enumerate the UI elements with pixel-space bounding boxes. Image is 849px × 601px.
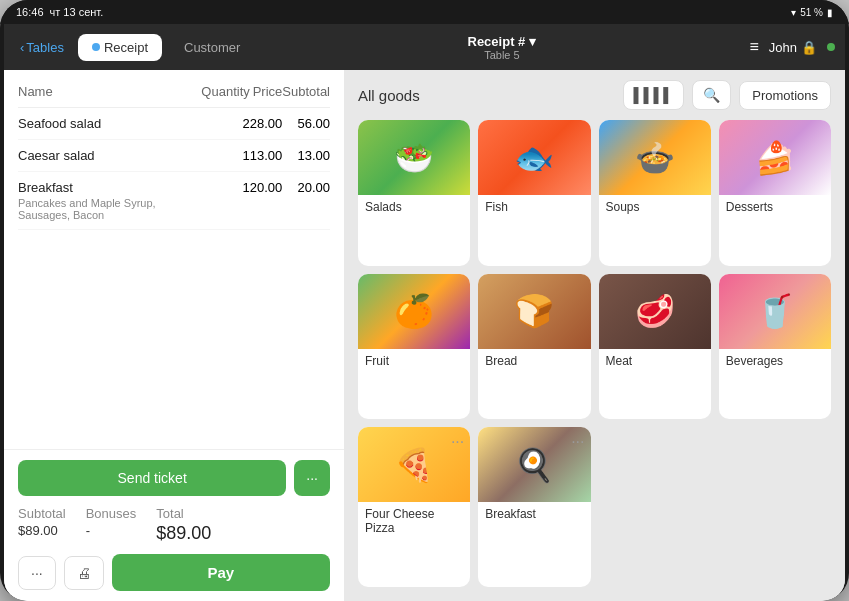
category-image: 🍰 — [719, 120, 831, 195]
subtotal-value: $89.00 — [18, 523, 66, 538]
category-label: Bread — [478, 349, 590, 374]
category-image: 🥤 — [719, 274, 831, 349]
item-name-cell: Breakfast Pancakes and Maple Syrup, Saus… — [18, 172, 201, 230]
back-chevron-icon: ‹ — [20, 40, 24, 55]
bonuses-value: - — [86, 523, 137, 538]
item-name: Caesar salad — [18, 148, 201, 163]
battery-icon: ▮ — [827, 7, 833, 18]
category-bread[interactable]: 🍞 Bread — [478, 274, 590, 420]
all-goods-title: All goods — [358, 87, 615, 104]
item-name-cell: Seafood salad — [18, 108, 201, 140]
total-value: $89.00 — [156, 523, 211, 544]
right-panel: All goods ▌▌▌▌ 🔍 Promotions 🥗 Salads — [344, 70, 845, 601]
category-image: 🍊 — [358, 274, 470, 349]
category-four-cheese-pizza[interactable]: 🍕 Four Cheese Pizza ··· — [358, 427, 470, 587]
category-fruit[interactable]: 🍊 Fruit — [358, 274, 470, 420]
more-options-button[interactable]: ··· — [294, 460, 330, 496]
item-subtotal-cell: 56.00 — [282, 108, 330, 140]
bottom-controls: Send ticket ··· Subtotal $89.00 Bonuses … — [4, 449, 344, 601]
content-area: Name Quantity Price Subtotal Seafood sal… — [4, 70, 845, 601]
subtotal-item: Subtotal $89.00 — [18, 506, 66, 544]
right-header: All goods ▌▌▌▌ 🔍 Promotions — [344, 70, 845, 120]
hamburger-icon[interactable]: ≡ — [749, 38, 758, 56]
category-label: Desserts — [719, 195, 831, 220]
category-image: 🍞 — [478, 274, 590, 349]
item-qty-cell: 1 — [201, 140, 249, 172]
category-more-icon: ··· — [451, 433, 464, 451]
status-bar: 16:46 чт 13 сент. ▾ 51 % ▮ — [0, 0, 849, 24]
device-frame: 16:46 чт 13 сент. ▾ 51 % ▮ ‹ Tables Rece… — [0, 0, 849, 601]
category-label: Meat — [599, 349, 711, 374]
category-image: 🐟 — [478, 120, 590, 195]
category-desserts[interactable]: 🍰 Desserts — [719, 120, 831, 266]
col-qty-header: Quantity — [201, 80, 249, 108]
chevron-down-icon: ▾ — [529, 34, 536, 49]
category-image: 🥗 — [358, 120, 470, 195]
barcode-button[interactable]: ▌▌▌▌ — [623, 80, 685, 110]
extra-options-button[interactable]: ··· — [18, 556, 56, 590]
search-button[interactable]: 🔍 — [692, 80, 731, 110]
col-price-header: Price — [250, 80, 283, 108]
subtotal-label: Subtotal — [18, 506, 66, 521]
item-qty-cell: 1 — [201, 172, 249, 230]
print-button[interactable]: 🖨 — [64, 556, 104, 590]
date: чт 13 сент. — [50, 6, 104, 18]
tab-receipt-dot — [92, 43, 100, 51]
tab-customer-label: Customer — [184, 40, 240, 55]
category-beverages[interactable]: 🥤 Beverages — [719, 274, 831, 420]
send-ticket-button[interactable]: Send ticket — [18, 460, 286, 496]
order-table: Name Quantity Price Subtotal Seafood sal… — [4, 70, 344, 449]
item-name: Breakfast — [18, 180, 201, 195]
item-subtotal-cell: 13.00 — [282, 140, 330, 172]
item-price-cell: 20.00 — [250, 172, 283, 230]
category-soups[interactable]: 🍲 Soups — [599, 120, 711, 266]
user-button[interactable]: John 🔒 — [769, 40, 817, 55]
battery-label: 51 % — [800, 7, 823, 18]
category-more-icon: ··· — [571, 433, 584, 451]
category-salads[interactable]: 🥗 Salads — [358, 120, 470, 266]
tab-customer[interactable]: Customer — [170, 34, 254, 61]
item-qty-cell: 2 — [201, 108, 249, 140]
lock-icon: 🔒 — [801, 40, 817, 55]
item-name-cell: Caesar salad — [18, 140, 201, 172]
tab-receipt[interactable]: Receipt — [78, 34, 162, 61]
category-label: Fish — [478, 195, 590, 220]
col-name-header: Name — [18, 80, 201, 108]
action-row: ··· 🖨 Pay — [18, 554, 330, 591]
back-label: Tables — [26, 40, 64, 55]
tab-receipt-label: Receipt — [104, 40, 148, 55]
left-panel: Name Quantity Price Subtotal Seafood sal… — [4, 70, 344, 601]
table-row[interactable]: Seafood salad 2 28.00 56.00 — [18, 108, 330, 140]
pay-button[interactable]: Pay — [112, 554, 330, 591]
item-price-cell: 28.00 — [250, 108, 283, 140]
col-subtotal-header: Subtotal — [282, 80, 330, 108]
category-fish[interactable]: 🐟 Fish — [478, 120, 590, 266]
item-price-cell: 13.00 — [250, 140, 283, 172]
total-label: Total — [156, 506, 211, 521]
table-row[interactable]: Breakfast Pancakes and Maple Syrup, Saus… — [18, 172, 330, 230]
search-icon: 🔍 — [703, 87, 720, 103]
clock: 16:46 — [16, 6, 44, 18]
category-image: 🍲 — [599, 120, 711, 195]
bonuses-item: Bonuses - — [86, 506, 137, 544]
category-grid: 🥗 Salads 🐟 Fish 🍲 Soups 🍰 Desserts � — [344, 120, 845, 601]
status-icons: ▾ 51 % ▮ — [791, 7, 833, 18]
category-breakfast[interactable]: 🍳 Breakfast ··· — [478, 427, 590, 587]
app-container: ‹ Tables Receipt Customer Receipt # ▾ Ta… — [4, 24, 845, 601]
back-button[interactable]: ‹ Tables — [14, 36, 70, 59]
connection-status-dot — [827, 43, 835, 51]
item-subtotal-cell: 20.00 — [282, 172, 330, 230]
total-item: Total $89.00 — [156, 506, 211, 544]
category-label: Fruit — [358, 349, 470, 374]
category-label: Soups — [599, 195, 711, 220]
bonuses-label: Bonuses — [86, 506, 137, 521]
category-image: 🥩 — [599, 274, 711, 349]
promotions-button[interactable]: Promotions — [739, 81, 831, 110]
category-label: Salads — [358, 195, 470, 220]
category-label: Four Cheese Pizza — [358, 502, 470, 541]
category-label: Breakfast — [478, 502, 590, 527]
category-meat[interactable]: 🥩 Meat — [599, 274, 711, 420]
table-subtitle: Table 5 — [262, 49, 741, 61]
table-row[interactable]: Caesar salad 1 13.00 13.00 — [18, 140, 330, 172]
receipt-title: Receipt # ▾ — [262, 34, 741, 49]
